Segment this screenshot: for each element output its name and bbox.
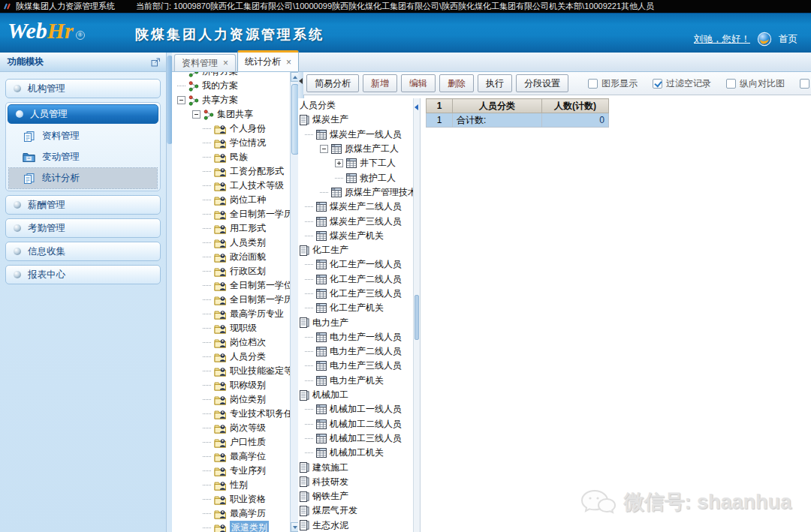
tree-node-我的方案[interactable]: 我的方案 bbox=[172, 79, 290, 93]
tree-node-现职级[interactable]: 现职级 bbox=[172, 321, 290, 335]
checkbox-部门作为统计条件[interactable]: 部门作为统计条件 bbox=[800, 77, 811, 90]
tree-node-井下工人[interactable]: 井下工人 bbox=[298, 156, 413, 170]
tree-node-户口性质[interactable]: 户口性质 bbox=[172, 435, 290, 449]
tree-root-人员分类[interactable]: 人员分类 bbox=[298, 98, 413, 113]
tree-node-化工生产三线人员[interactable]: 化工生产三线人员 bbox=[298, 287, 413, 301]
tree-node-机械加工一线人员[interactable]: 机械加工一线人员 bbox=[298, 402, 413, 416]
tree-node-专业技术职务任职资格[interactable]: 专业技术职务任职资格 bbox=[172, 407, 290, 421]
category-tree-scrollbar-thumb[interactable] bbox=[415, 295, 419, 340]
tree-node-全日制第一学历专业[interactable]: 全日制第一学历专业 bbox=[172, 207, 290, 221]
user-greeting-link[interactable]: 刘驰，您好！ bbox=[694, 33, 750, 46]
tree-node-电力生产机关[interactable]: 电力生产机关 bbox=[298, 374, 413, 388]
popout-icon[interactable] bbox=[151, 58, 160, 67]
checkbox-unchecked-icon[interactable] bbox=[800, 79, 809, 89]
sidebar-subitem-统计分析[interactable]: 统计分析 bbox=[9, 168, 157, 188]
toolbar-button-删除[interactable]: 删除 bbox=[439, 74, 474, 92]
expander-plus-icon[interactable] bbox=[335, 159, 343, 167]
sidebar-item-薪酬管理[interactable]: 薪酬管理 bbox=[5, 195, 161, 215]
tree-node-化工生产[interactable]: 化工生产 bbox=[298, 243, 413, 257]
tree-node-科技研发[interactable]: 科技研发 bbox=[298, 475, 413, 489]
toolbar-button-编辑[interactable]: 编辑 bbox=[401, 74, 436, 92]
tree-node-化工生产一线人员[interactable]: 化工生产一线人员 bbox=[298, 257, 413, 272]
home-link[interactable]: 首页 bbox=[779, 33, 797, 46]
tree-node-全日制第一学历[interactable]: 全日制第一学历 bbox=[172, 293, 290, 307]
tab-资料管理[interactable]: 资料管理× bbox=[174, 54, 236, 71]
toolbar-button-分段设置[interactable]: 分段设置 bbox=[516, 74, 568, 92]
tree-node-煤炭生产一线人员[interactable]: 煤炭生产一线人员 bbox=[298, 128, 413, 142]
tree-node-人员分类[interactable]: 人员分类 bbox=[172, 350, 290, 364]
sidebar-item-考勤管理[interactable]: 考勤管理 bbox=[5, 218, 161, 238]
checkbox-unchecked-icon[interactable] bbox=[588, 79, 598, 89]
tree-node-工资分配形式[interactable]: 工资分配形式 bbox=[172, 164, 290, 179]
tree-node-生态水泥[interactable]: 生态水泥 bbox=[298, 518, 413, 532]
tree-node-岗位工种[interactable]: 岗位工种 bbox=[172, 193, 290, 207]
tree-node-救护工人[interactable]: 救护工人 bbox=[298, 170, 413, 185]
expander-minus-icon[interactable] bbox=[177, 96, 185, 104]
checkbox-checked-icon[interactable] bbox=[653, 79, 662, 89]
sidebar-item-机构管理[interactable]: 机构管理 bbox=[5, 79, 161, 98]
tree-node-共享方案[interactable]: 共享方案 bbox=[172, 93, 290, 107]
tree-node-行政区划[interactable]: 行政区划 bbox=[172, 264, 290, 278]
tree-node-建筑施工[interactable]: 建筑施工 bbox=[298, 460, 413, 474]
tree-node-岗位档次[interactable]: 岗位档次 bbox=[172, 335, 290, 350]
tree-node-原煤生产工人[interactable]: 原煤生产工人 bbox=[298, 142, 413, 156]
tree-node-岗次等级[interactable]: 岗次等级 bbox=[172, 421, 290, 435]
tree-node-工人技术等级[interactable]: 工人技术等级 bbox=[172, 179, 290, 193]
toolbar-button-执行[interactable]: 执行 bbox=[478, 74, 512, 92]
tree-node-电力生产三线人员[interactable]: 电力生产三线人员 bbox=[298, 359, 413, 373]
tree-node-政治面貌[interactable]: 政治面貌 bbox=[172, 250, 290, 264]
tab-close-icon[interactable]: × bbox=[286, 59, 291, 66]
tree-node-全日制第一学位[interactable]: 全日制第一学位 bbox=[172, 278, 290, 293]
tree-node-学位情况[interactable]: 学位情况 bbox=[172, 136, 290, 150]
tree-node-人员类别[interactable]: 人员类别 bbox=[172, 236, 290, 250]
toolbar-button-简易分析[interactable]: 简易分析 bbox=[306, 74, 359, 92]
tree-node-煤炭生产机关[interactable]: 煤炭生产机关 bbox=[298, 229, 413, 243]
tree-node-原煤生产管理技术人员[interactable]: 原煤生产管理技术人员 bbox=[298, 185, 413, 200]
expander-minus-icon[interactable] bbox=[320, 145, 328, 153]
checkbox-纵向对比图[interactable]: 纵向对比图 bbox=[726, 77, 785, 90]
tree-node-钢铁生产[interactable]: 钢铁生产 bbox=[298, 489, 413, 503]
tree-node-煤炭生产三线人员[interactable]: 煤炭生产三线人员 bbox=[298, 214, 413, 228]
tree-node-机械加工[interactable]: 机械加工 bbox=[298, 388, 413, 402]
checkbox-图形显示[interactable]: 图形显示 bbox=[588, 77, 638, 90]
tree-node-岗位类别[interactable]: 岗位类别 bbox=[172, 392, 290, 407]
tree-node-煤层气开发[interactable]: 煤层气开发 bbox=[298, 503, 413, 518]
sidebar-subitem-变动管理[interactable]: 变动管理 bbox=[9, 147, 157, 167]
tree-node-个人身份[interactable]: 个人身份 bbox=[172, 122, 290, 136]
tree-node-用工形式[interactable]: 用工形式 bbox=[172, 221, 290, 236]
tree-node-煤炭生产二线人员[interactable]: 煤炭生产二线人员 bbox=[298, 200, 413, 214]
tree-node-机械加工机关[interactable]: 机械加工机关 bbox=[298, 446, 413, 460]
tree-node-电力生产[interactable]: 电力生产 bbox=[298, 315, 413, 329]
tab-统计分析[interactable]: 统计分析× bbox=[237, 50, 299, 71]
tree-node-职业资格[interactable]: 职业资格 bbox=[172, 492, 290, 506]
sidebar-item-人员管理[interactable]: 人员管理 bbox=[8, 104, 158, 124]
result-row[interactable]: 1合计数:0 bbox=[427, 113, 609, 128]
collapse-panel-icon[interactable] bbox=[299, 78, 303, 84]
checkbox-过滤空记录[interactable]: 过滤空记录 bbox=[653, 77, 711, 90]
tree-node-职业技能鉴定等级[interactable]: 职业技能鉴定等级 bbox=[172, 364, 290, 378]
tree-node-职称级别[interactable]: 职称级别 bbox=[172, 378, 290, 392]
tree-node-专业序列[interactable]: 专业序列 bbox=[172, 464, 290, 478]
tree-node-电力生产二线人员[interactable]: 电力生产二线人员 bbox=[298, 344, 413, 359]
sidebar-item-报表中心[interactable]: 报表中心 bbox=[5, 265, 161, 284]
tree-node-派遣类别[interactable]: 派遣类别 bbox=[172, 521, 290, 532]
tree-node-最高学位[interactable]: 最高学位 bbox=[172, 449, 290, 464]
sidebar-subitem-资料管理[interactable]: 资料管理 bbox=[9, 126, 157, 146]
sidebar-item-信息收集[interactable]: 信息收集 bbox=[5, 242, 161, 261]
tree-node-最高学历[interactable]: 最高学历 bbox=[172, 506, 290, 521]
tree-node-化工生产机关[interactable]: 化工生产机关 bbox=[298, 301, 413, 315]
tree-node-机械加工三线人员[interactable]: 机械加工三线人员 bbox=[298, 431, 413, 446]
toolbar-button-新增[interactable]: 新增 bbox=[363, 74, 397, 92]
tree-node-电力生产一线人员[interactable]: 电力生产一线人员 bbox=[298, 330, 413, 344]
tree-node-集团共享[interactable]: 集团共享 bbox=[172, 107, 290, 122]
checkbox-unchecked-icon[interactable] bbox=[726, 79, 736, 89]
expander-minus-icon[interactable] bbox=[192, 110, 200, 119]
tree-node-煤炭生产[interactable]: 煤炭生产 bbox=[298, 113, 413, 127]
tree-node-性别[interactable]: 性别 bbox=[172, 478, 290, 492]
tree-node-所有方案[interactable]: 所有方案 bbox=[172, 72, 290, 79]
tree-node-最高学历专业[interactable]: 最高学历专业 bbox=[172, 307, 290, 321]
tree-node-机械加工二线人员[interactable]: 机械加工二线人员 bbox=[298, 417, 413, 431]
tree-node-民族[interactable]: 民族 bbox=[172, 150, 290, 164]
category-tree-scrollbar[interactable] bbox=[413, 98, 421, 532]
tree-node-化工生产二线人员[interactable]: 化工生产二线人员 bbox=[298, 272, 413, 287]
